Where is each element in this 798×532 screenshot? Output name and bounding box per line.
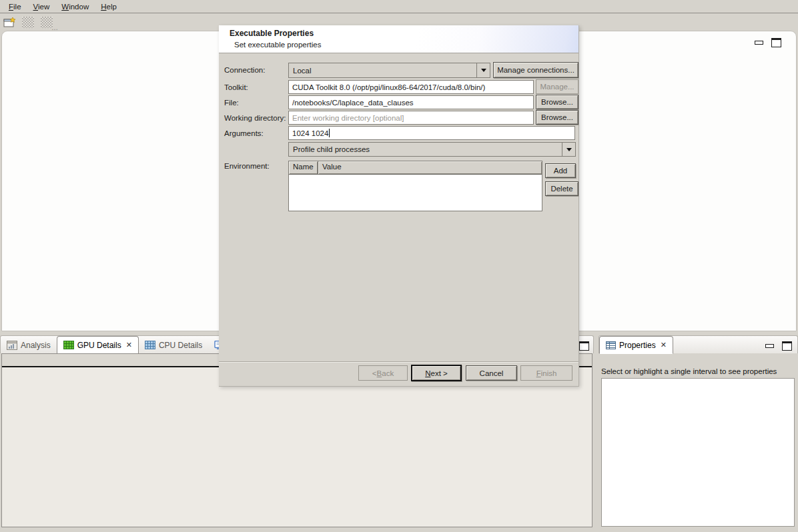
close-icon[interactable]: ✕ — [661, 341, 667, 349]
environment-table-header: Name Value — [289, 161, 542, 175]
tab-cpu-details[interactable]: CPU Details — [139, 337, 208, 353]
cancel-button[interactable]: Cancel — [466, 365, 517, 381]
executable-properties-dialog: Executable Properties Set executable pro… — [219, 25, 579, 387]
gpu-details-icon — [63, 341, 74, 349]
file-input[interactable]: /notebooks/C/laplace_data_clauses — [288, 95, 534, 109]
menu-file[interactable]: File — [3, 1, 27, 12]
menu-window[interactable]: Window — [55, 1, 95, 12]
timeline-view-controls — [755, 38, 781, 47]
properties-icon — [606, 341, 616, 349]
maximize-icon[interactable] — [782, 341, 792, 351]
profile-child-processes-value: Profile child processes — [289, 145, 562, 153]
dropdown-ellipsis: … — [51, 24, 57, 31]
menu-bar: File View Window Help — [0, 0, 798, 13]
text-caret — [329, 129, 330, 137]
working-directory-label: Working directory: — [224, 114, 286, 122]
properties-tab-bar: Properties ✕ — [598, 335, 798, 353]
dialog-subtitle: Set executable properties — [234, 41, 321, 49]
environment-table[interactable]: Name Value — [288, 161, 542, 211]
disabled-icon-1 — [22, 17, 35, 29]
environment-label: Environment: — [224, 162, 270, 170]
connection-value: Local — [289, 67, 476, 75]
delete-environment-button[interactable]: Delete — [545, 181, 578, 196]
column-header-name[interactable]: Name — [289, 161, 318, 175]
file-label: File: — [224, 99, 239, 107]
application-window: { "icons": { "close": "✕", "ellipsis": "… — [0, 0, 798, 532]
working-directory-input[interactable]: Enter working directory [optional] — [288, 111, 534, 125]
disabled-icon-2: … — [41, 17, 53, 29]
dialog-separator — [219, 361, 578, 362]
connection-label: Connection: — [224, 66, 265, 74]
browse-file-button[interactable]: Browse... — [536, 95, 578, 109]
menu-view[interactable]: View — [27, 1, 56, 12]
minimize-icon[interactable] — [755, 41, 763, 45]
dialog-header: Executable Properties Set executable pro… — [219, 25, 578, 53]
dialog-title: Executable Properties — [230, 29, 314, 38]
toolkit-label: Toolkit: — [224, 83, 248, 91]
new-session-button[interactable] — [3, 17, 16, 29]
menu-help[interactable]: Help — [95, 1, 123, 12]
dropdown-arrow-icon[interactable] — [476, 63, 490, 77]
cpu-details-icon — [145, 341, 155, 349]
properties-message: Select or highlight a single interval to… — [601, 367, 777, 375]
analysis-icon — [7, 341, 17, 350]
new-session-icon — [3, 17, 16, 29]
browse-directory-button[interactable]: Browse... — [536, 110, 578, 125]
properties-panel-controls — [765, 341, 792, 351]
manage-toolkit-button: Manage... — [536, 79, 578, 94]
properties-panel: Properties ✕ Select or highlight a singl… — [598, 335, 798, 528]
next-button[interactable]: Next > — [411, 365, 462, 381]
maximize-icon[interactable] — [771, 38, 781, 47]
close-icon[interactable]: ✕ — [126, 341, 132, 349]
back-button: < Back — [358, 365, 408, 381]
finish-button: Finish — [520, 365, 572, 381]
manage-connections-button[interactable]: Manage connections... — [493, 62, 578, 78]
arguments-label: Arguments: — [224, 129, 264, 137]
maximize-icon[interactable] — [579, 341, 589, 351]
dropdown-arrow-icon[interactable] — [562, 143, 575, 156]
profile-child-processes-select[interactable]: Profile child processes — [288, 142, 576, 157]
connection-select[interactable]: Local — [288, 63, 490, 78]
arguments-input[interactable]: 1024 1024 — [288, 126, 575, 140]
column-header-value[interactable]: Value — [318, 161, 542, 175]
add-environment-button[interactable]: Add — [545, 163, 576, 178]
tab-analysis[interactable]: Analysis — [1, 337, 57, 353]
tab-gpu-details[interactable]: GPU Details ✕ — [57, 336, 139, 354]
tab-properties[interactable]: Properties ✕ — [599, 336, 673, 354]
properties-content — [601, 378, 795, 527]
toolkit-input[interactable]: CUDA Toolkit 8.0 (/opt/pgi/linux86-64/20… — [288, 80, 534, 94]
minimize-icon[interactable] — [765, 344, 774, 348]
